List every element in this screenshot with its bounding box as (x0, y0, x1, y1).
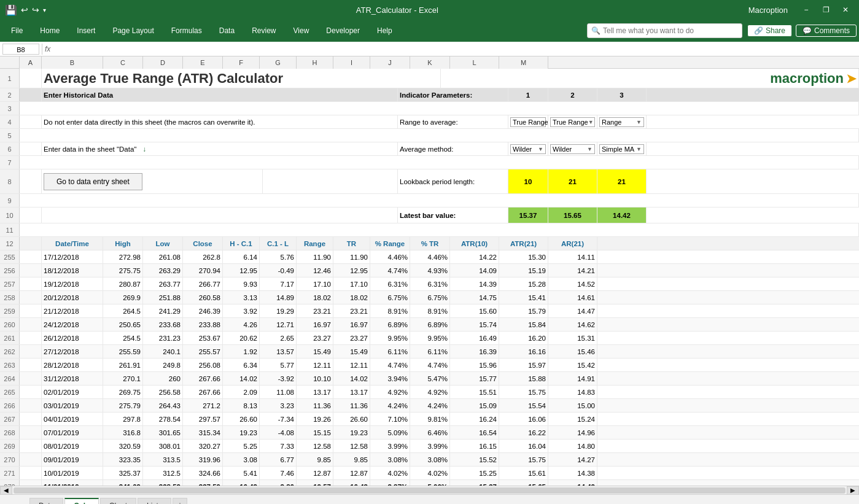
name-box[interactable]: B8 (2, 44, 39, 55)
cell-prange-267[interactable]: 7.10% (370, 413, 410, 425)
cell-ar21-272[interactable]: 14.42 (548, 480, 597, 486)
cell-c1l-263[interactable]: 5.77 (260, 359, 297, 371)
row-num-3[interactable]: 3 (0, 102, 20, 115)
cell-high-258[interactable]: 269.9 (103, 291, 143, 304)
cell-atr10-260[interactable]: 15.74 (450, 318, 499, 331)
cell-tr-256[interactable]: 12.95 (333, 264, 370, 277)
cell-ptr-255[interactable]: 4.46% (410, 250, 450, 263)
cell-hc1-266[interactable]: 8.13 (223, 399, 260, 412)
row-num-268[interactable]: 268 (0, 426, 20, 439)
cell-high-272[interactable]: 341.09 (103, 480, 143, 486)
col-header-b[interactable]: B (42, 56, 103, 69)
cell-range-264[interactable]: 10.10 (297, 372, 333, 385)
cell-hc1-270[interactable]: 3.08 (223, 453, 260, 466)
cell-atr10-267[interactable]: 16.24 (450, 413, 499, 425)
cell-atr21-270[interactable]: 15.75 (499, 453, 548, 466)
cell-lookback2[interactable]: 21 (548, 169, 597, 193)
cell-hc1-257[interactable]: 9.93 (223, 277, 260, 290)
cell-ar21-261[interactable]: 15.31 (548, 331, 597, 344)
row-num-1[interactable]: 1 (0, 69, 20, 88)
cell-ar21-260[interactable]: 14.62 (548, 318, 597, 331)
cell-atr10-266[interactable]: 15.09 (450, 399, 499, 412)
cell-ar21-267[interactable]: 15.24 (548, 413, 597, 425)
cell-prange-268[interactable]: 5.09% (370, 426, 410, 439)
sheet-tab-calc[interactable]: Calc (64, 498, 98, 504)
cell-close-271[interactable]: 324.66 (183, 467, 223, 479)
row-num-259[interactable]: 259 (0, 304, 20, 317)
cell-date-269[interactable]: 08/01/2019 (42, 440, 103, 452)
cell-date-262[interactable]: 27/12/2018 (42, 345, 103, 358)
cell-atr10-271[interactable]: 15.25 (450, 467, 499, 479)
col-header-i[interactable]: I (333, 56, 370, 69)
row-num-255[interactable]: 255 (0, 250, 20, 263)
cell-ar21-256[interactable]: 14.21 (548, 264, 597, 277)
cell-low-256[interactable]: 263.29 (143, 264, 183, 277)
cell-range-255[interactable]: 11.90 (297, 250, 333, 263)
cell-close-256[interactable]: 270.94 (183, 264, 223, 277)
cell-atr10-255[interactable]: 14.22 (450, 250, 499, 263)
cell-atr21-259[interactable]: 15.79 (499, 304, 548, 317)
cell-atr21-257[interactable]: 15.28 (499, 277, 548, 290)
cell-c1l-265[interactable]: 11.08 (260, 386, 297, 398)
row-num-260[interactable]: 260 (0, 318, 20, 331)
cell-dropdown1-range[interactable]: True Range ▼ (508, 115, 548, 128)
cell-close-262[interactable]: 255.57 (183, 345, 223, 358)
cell-prange-255[interactable]: 4.46% (370, 250, 410, 263)
horizontal-scrollbar[interactable]: ◀ ▶ (0, 486, 859, 494)
cell-low-255[interactable]: 261.08 (143, 250, 183, 263)
cell-lookback3[interactable]: 21 (597, 169, 647, 193)
cell-lookback1[interactable]: 10 (508, 169, 548, 193)
col-header-d[interactable]: D (143, 56, 183, 69)
cell-dropdown3-range[interactable]: Range ▼ (597, 115, 647, 128)
cell-tr-259[interactable]: 23.21 (333, 304, 370, 317)
cell-ptr-259[interactable]: 8.91% (410, 304, 450, 317)
col-header-g[interactable]: G (260, 56, 297, 69)
cell-dropdown3-avg[interactable]: Simple MA ▼ (597, 142, 647, 155)
cell-c1l-267[interactable]: -7.34 (260, 413, 297, 425)
cell-high-261[interactable]: 254.5 (103, 331, 143, 344)
cell-high-264[interactable]: 270.1 (103, 372, 143, 385)
share-button[interactable]: 🔗 Share (747, 25, 792, 37)
cell-a1[interactable] (20, 69, 42, 88)
cell-close-259[interactable]: 246.39 (183, 304, 223, 317)
cell-ptr-271[interactable]: 4.02% (410, 467, 450, 479)
row-num-262[interactable]: 262 (0, 345, 20, 358)
row-num-269[interactable]: 269 (0, 440, 20, 452)
cell-atr10-261[interactable]: 16.49 (450, 331, 499, 344)
cell-prange-259[interactable]: 8.91% (370, 304, 410, 317)
cell-atr10-269[interactable]: 16.15 (450, 440, 499, 452)
scroll-track[interactable] (14, 487, 845, 494)
cell-ar21-271[interactable]: 14.38 (548, 467, 597, 479)
cell-hc1-255[interactable]: 6.14 (223, 250, 260, 263)
row-num-265[interactable]: 265 (0, 386, 20, 398)
cell-dropdown1-avg[interactable]: Wilder ▼ (508, 142, 548, 155)
cell-atr21-260[interactable]: 15.84 (499, 318, 548, 331)
cell-range-267[interactable]: 19.26 (297, 413, 333, 425)
cell-tr-262[interactable]: 15.49 (333, 345, 370, 358)
col-header-a[interactable]: A (20, 56, 42, 69)
cell-low-264[interactable]: 260 (143, 372, 183, 385)
cell-close-267[interactable]: 297.57 (183, 413, 223, 425)
cell-date-263[interactable]: 28/12/2018 (42, 359, 103, 371)
cell-atr21-258[interactable]: 15.41 (499, 291, 548, 304)
cell-ar21-264[interactable]: 14.91 (548, 372, 597, 385)
cell-atr10-262[interactable]: 16.39 (450, 345, 499, 358)
cell-ptr-269[interactable]: 3.99% (410, 440, 450, 452)
cell-tr-255[interactable]: 11.90 (333, 250, 370, 263)
cell-range-257[interactable]: 17.10 (297, 277, 333, 290)
cell-range-258[interactable]: 18.02 (297, 291, 333, 304)
row-num-4[interactable]: 4 (0, 115, 20, 128)
cell-ar21-255[interactable]: 14.11 (548, 250, 597, 263)
row-num-256[interactable]: 256 (0, 264, 20, 277)
cell-ptr-258[interactable]: 6.75% (410, 291, 450, 304)
save-icon[interactable]: 💾 (5, 4, 17, 16)
cell-hc1-258[interactable]: 3.13 (223, 291, 260, 304)
cell-date-270[interactable]: 09/01/2019 (42, 453, 103, 466)
cell-prange-265[interactable]: 4.92% (370, 386, 410, 398)
cell-hc1-260[interactable]: 4.26 (223, 318, 260, 331)
row-num-267[interactable]: 267 (0, 413, 20, 425)
cell-range-266[interactable]: 11.36 (297, 399, 333, 412)
row-num-264[interactable]: 264 (0, 372, 20, 385)
cell-date-272[interactable]: 11/01/2019 (42, 480, 103, 486)
dropdown-range-1[interactable]: True Range ▼ (510, 117, 546, 127)
